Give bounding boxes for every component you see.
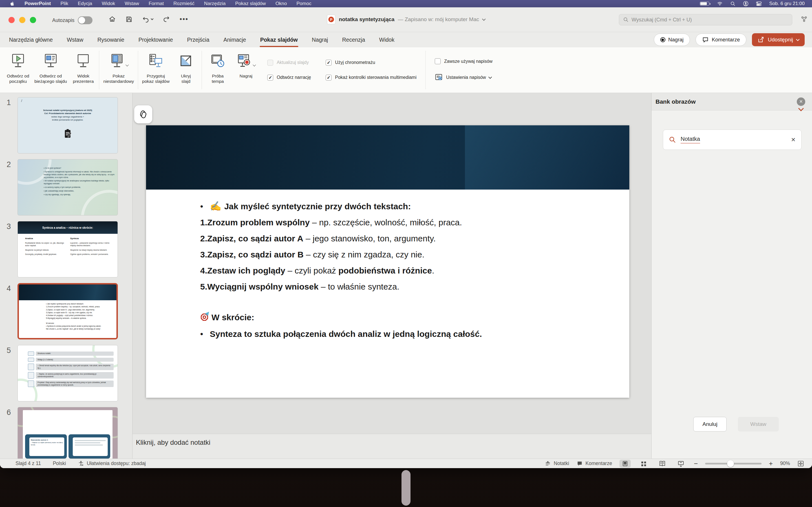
close-panel-icon[interactable]: ✕: [797, 98, 805, 106]
cancel-button[interactable]: Anuluj: [693, 417, 726, 432]
checkbox-box[interactable]: [435, 58, 441, 64]
checkbox-zawsze-używaj-napisów[interactable]: Zawsze używaj napisów: [435, 58, 493, 64]
more-commands-icon[interactable]: •••: [180, 15, 188, 23]
menu-bar-clock[interactable]: Sob. 6 gru 21:00: [769, 1, 805, 6]
comments-button[interactable]: Komentarze: [696, 34, 746, 46]
tab-wstaw[interactable]: Wstaw: [66, 37, 84, 43]
sharing-status-icon[interactable]: [801, 16, 808, 22]
menu-item-widok[interactable]: Widok: [102, 1, 115, 6]
normal-view-button[interactable]: [619, 460, 631, 467]
battery-icon[interactable]: [700, 2, 709, 6]
zoom-slider[interactable]: [705, 463, 762, 464]
ribbon-button-odtwórz-od-początku[interactable]: Odtwórz odpoczątku: [4, 47, 32, 93]
minimize-window-button[interactable]: [19, 17, 26, 23]
zoom-in-button[interactable]: +: [769, 460, 773, 467]
slide-thumbnail-4[interactable]: • Jak myśleć syntetycznie przy dwóch tek…: [17, 283, 118, 339]
thumbnail-row: Wstęp (1–2 zdania):: [28, 358, 114, 362]
slide-thumbnail-5[interactable]: Struktura notatki:Wstęp (1–2 zdania):– O…: [17, 345, 118, 401]
save-icon[interactable]: [125, 16, 133, 23]
slide-text-body[interactable]: •✍Jak myśleć syntetycznie przy dwóch tek…: [200, 201, 615, 339]
tab-przejścia[interactable]: Przejścia: [186, 37, 210, 43]
zoom-level[interactable]: 90%: [780, 460, 790, 466]
dropdown-chevron-icon[interactable]: [253, 63, 256, 66]
tab-widok[interactable]: Widok: [378, 37, 395, 43]
apple-menu-icon[interactable]: [10, 1, 15, 7]
ribbon-button-próba-tempa[interactable]: Próbatempa: [204, 47, 232, 93]
tab-pokaz-slajdów[interactable]: Pokaz slajdów: [260, 37, 298, 43]
accessibility-check[interactable]: Ułatwienia dostępu: zbadaj: [78, 460, 146, 467]
caption-settings-button[interactable]: Ustawienia napisów: [435, 73, 493, 82]
clear-search-icon[interactable]: ✕: [791, 136, 796, 143]
slideshow-view-button[interactable]: [675, 460, 687, 467]
tab-projektowanie[interactable]: Projektowanie: [138, 37, 173, 43]
ribbon-slideshow-group: Odtwórz odpoczątkuOdtwórz odbieżącego sl…: [0, 47, 812, 93]
menu-item-wstaw[interactable]: Wstaw: [124, 1, 139, 6]
fullscreen-window-button[interactable]: [30, 17, 36, 23]
menu-item-pokaz-slajdów[interactable]: Pokaz slajdów: [235, 1, 266, 6]
close-window-button[interactable]: [8, 17, 15, 23]
notes-toggle[interactable]: Notatki: [545, 460, 569, 467]
menu-app-name[interactable]: PowerPoint: [24, 1, 51, 6]
slide-thumbnail-2[interactable]: • Co to jest synteza?• Synteza to umieję…: [17, 159, 118, 216]
language-indicator[interactable]: Polski: [53, 460, 66, 466]
slide-4-canvas[interactable]: •✍Jak myśleć syntetycznie przy dwóch tek…: [146, 125, 629, 398]
fit-slide-button[interactable]: [797, 460, 804, 467]
ribbon-button-pokaz-niestandardowy[interactable]: Pokazniestandardowy: [101, 47, 136, 93]
menu-item-pomoc[interactable]: Pomoc: [297, 1, 312, 6]
share-button[interactable]: Udostępnij: [752, 33, 805, 46]
checkbox-odtwórz-narrację[interactable]: ✓Odtwórz narrację: [267, 75, 311, 80]
checkbox-box[interactable]: ✓: [326, 75, 332, 80]
row-icon: [28, 381, 34, 387]
home-icon[interactable]: [109, 15, 116, 23]
document-title-chevron-icon[interactable]: [482, 17, 486, 21]
reading-view-button[interactable]: [657, 460, 668, 467]
document-title[interactable]: notatka syntetyzująca: [339, 16, 395, 22]
zoom-out-button[interactable]: −: [694, 460, 698, 467]
checkbox-box[interactable]: ✓: [267, 75, 273, 80]
checkbox-użyj-chronometrażu[interactable]: ✓Użyj chronometrażu: [326, 60, 416, 66]
tab-rysowanie[interactable]: Rysowanie: [97, 37, 125, 43]
tab-animacje[interactable]: Animacje: [223, 37, 247, 43]
control-center-icon[interactable]: [756, 1, 762, 7]
wifi-icon[interactable]: [717, 1, 723, 6]
tab-narzędzia-główne[interactable]: Narzędzia główne: [8, 37, 53, 43]
menu-item-plik[interactable]: Plik: [61, 1, 68, 6]
ribbon-tab-bar: Narzędzia główneWstawRysowanieProjektowa…: [0, 32, 812, 47]
checkbox-box[interactable]: [267, 60, 273, 66]
dropdown-chevron-icon[interactable]: [125, 63, 129, 66]
slide-thumbnail-6[interactable]: Stanowisko autora 1:– Napisz co sądzi pi…: [17, 407, 118, 459]
undo-icon[interactable]: [142, 15, 153, 23]
autosave-toggle[interactable]: [78, 16, 93, 24]
ribbon-button-nagraj[interactable]: Nagraj: [232, 47, 260, 93]
tab-nagraj[interactable]: Nagraj: [311, 37, 328, 43]
ribbon-button-przygotuj-pokaz-slajdów[interactable]: Przygotujpokaz slajdów: [140, 47, 172, 93]
tab-recenzja[interactable]: Recenzja: [342, 37, 365, 43]
ribbon-button-widok-prezentera[interactable]: Widokprezentera: [69, 47, 97, 93]
slide-thumbnail-1[interactable]: /Schemat notatki syntetyzującej (matura …: [17, 97, 118, 154]
menu-item-rozmieść[interactable]: Rozmieść: [173, 1, 195, 6]
user-menu-icon[interactable]: [743, 1, 749, 6]
record-button[interactable]: Nagraj: [654, 34, 690, 46]
slide-sorter-view-button[interactable]: [638, 460, 649, 467]
checkbox-aktualizuj-slajdy[interactable]: Aktualizuj slajdy: [267, 60, 311, 66]
menu-item-format[interactable]: Format: [149, 1, 164, 6]
image-bank-panel: Bank obrazów ✕ Notatka ✕ Anuluj Wstaw: [651, 93, 812, 459]
menu-item-okno[interactable]: Okno: [275, 1, 287, 6]
slide-thumbnail-3[interactable]: Synteza a analiza – różnica w skrócie:An…: [17, 221, 118, 277]
checkbox-pokaż-kontrolki-sterowania-multimediami[interactable]: ✓Pokaż kontrolki sterowania multimediami: [326, 75, 416, 80]
menu-item-narzędzia[interactable]: Narzędzia: [204, 1, 226, 6]
comments-toggle[interactable]: Komentarze: [576, 460, 612, 467]
notes-pane[interactable]: Kliknij, aby dodać notatki: [133, 434, 651, 459]
insert-button[interactable]: Wstaw: [738, 417, 779, 432]
ribbon-button-odtwórz-od-bieżącego-slajdu[interactable]: Odtwórz odbieżącego slajdu: [32, 47, 69, 93]
zoom-slider-knob[interactable]: [727, 460, 734, 467]
spotlight-search-icon[interactable]: [730, 1, 735, 6]
copilot-button[interactable]: [134, 105, 152, 123]
search-input[interactable]: Wyszukaj (Cmd + Ctrl + U): [619, 14, 792, 25]
ribbon-button-ukryj-slajd[interactable]: Ukryjslajd: [172, 47, 200, 93]
redo-icon[interactable]: [163, 15, 170, 23]
checkbox-box[interactable]: ✓: [326, 60, 332, 66]
menu-item-edycja[interactable]: Edycja: [78, 1, 92, 6]
caption-settings-chevron-icon[interactable]: [488, 75, 492, 79]
icon-search-field[interactable]: Notatka ✕: [663, 129, 802, 150]
